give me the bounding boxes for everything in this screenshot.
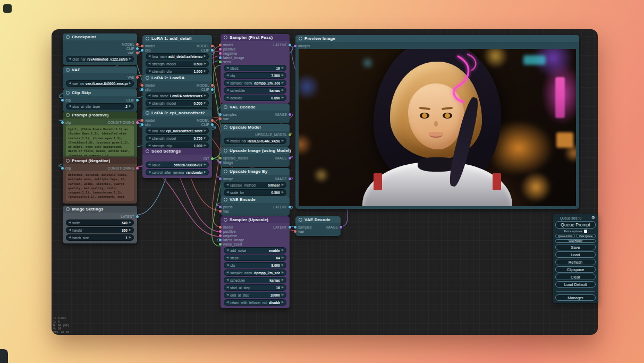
collapse-dot-icon[interactable] [146, 37, 149, 40]
collapse-dot-icon[interactable] [224, 105, 227, 109]
increment-arrow-icon[interactable]: ▶ [282, 286, 284, 289]
input-slot-pixels[interactable]: pixels [224, 205, 233, 209]
decrement-arrow-icon[interactable]: ◀ [69, 105, 71, 108]
increment-arrow-icon[interactable]: ▶ [204, 62, 206, 65]
widget-height[interactable]: ◀height360▶ [66, 227, 134, 233]
decrement-arrow-icon[interactable]: ◀ [148, 62, 150, 65]
widget-lora_name[interactable]: ◀lora_nameepi_noiseoffset2.safetensors▶ [146, 128, 209, 134]
queue-prompt-button[interactable]: Queue Prompt [555, 221, 596, 229]
increment-arrow-icon[interactable]: ▶ [282, 66, 284, 70]
slot-dot-icon[interactable] [136, 167, 139, 170]
increment-arrow-icon[interactable]: ▶ [204, 102, 206, 105]
slot-dot-icon[interactable] [294, 45, 296, 47]
node-header[interactable]: Image Settings [63, 206, 137, 213]
increment-arrow-icon[interactable]: ▶ [282, 264, 284, 267]
output-slot-CLIP[interactable]: CLIP [126, 47, 134, 50]
slot-dot-icon[interactable] [61, 167, 64, 170]
widget-cfg[interactable]: ◀cfg7.500▶ [224, 72, 286, 79]
node-header[interactable]: Prompt (Positive) [63, 112, 137, 119]
input-slot-model[interactable]: model [224, 225, 233, 229]
input-slot-model[interactable]: model [146, 119, 155, 122]
node-upscale-image-using-model[interactable]: Upscale Image (using Model)upscale_model… [221, 147, 290, 167]
collapse-dot-icon[interactable] [146, 149, 149, 153]
node-header[interactable]: Seed Settings [142, 148, 212, 155]
slot-dot-icon[interactable] [219, 234, 222, 237]
decrement-arrow-icon[interactable]: ◀ [226, 66, 228, 70]
node-image-settings[interactable]: Image SettingsLATENT◀width640▶◀height360… [63, 206, 137, 243]
decrement-arrow-icon[interactable]: ◀ [226, 81, 228, 85]
node-header[interactable]: Clip Skip [63, 89, 137, 96]
decrement-arrow-icon[interactable]: ◀ [226, 183, 228, 187]
clipspace-button[interactable]: Clipspace [555, 266, 596, 273]
increment-arrow-icon[interactable]: ▶ [282, 81, 284, 85]
input-slot-vae[interactable]: vae [299, 230, 304, 233]
collapse-dot-icon[interactable] [224, 170, 227, 173]
input-slot-clip[interactable]: clip [146, 48, 151, 52]
menu-drag-handle[interactable]: ·· [556, 216, 559, 220]
node-vae-decode-1[interactable]: VAE DecodesamplesIMAGEvae [221, 104, 290, 123]
input-slot-positive[interactable]: positive [224, 230, 236, 233]
node-preview-image[interactable]: Preview Imageimages [295, 35, 579, 209]
widget-vae_name[interactable]: ◀vae_namevae-ft-mse-840000-ema-pruned.ck… [66, 80, 134, 87]
decrement-arrow-icon[interactable]: ◀ [69, 221, 71, 224]
decrement-arrow-icon[interactable]: ◀ [148, 94, 150, 97]
slot-dot-icon[interactable] [219, 206, 222, 208]
node-lora3[interactable]: LoRA 3: epi_noiseoffset2modelMODELclipCL… [142, 109, 212, 151]
slot-dot-icon[interactable] [136, 215, 139, 218]
widget-cfg[interactable]: ◀cfg8.000▶ [224, 262, 286, 268]
slot-dot-icon[interactable] [141, 119, 143, 122]
output-slot-CLIP[interactable]: CLIP [201, 88, 209, 91]
output-slot-MODEL[interactable]: MODEL [197, 83, 209, 87]
output-slot-VAE[interactable]: VAE [128, 75, 134, 79]
prompt-textarea[interactable]: deformed, mutated, multiple limbs, multi… [66, 171, 134, 201]
collapse-dot-icon[interactable] [66, 113, 70, 117]
slot-dot-icon[interactable] [211, 119, 214, 122]
slot-dot-icon[interactable] [219, 48, 222, 50]
node-header[interactable]: Checkpoint [63, 33, 137, 40]
slot-dot-icon[interactable] [219, 56, 222, 59]
widget-strength_model[interactable]: ◀strength_model0.500▶ [146, 61, 209, 67]
slot-dot-icon[interactable] [219, 243, 222, 246]
slot-dot-icon[interactable] [294, 226, 296, 229]
slot-dot-icon[interactable] [141, 45, 143, 47]
output-slot-IMAGE[interactable]: IMAGE [275, 177, 286, 181]
increment-arrow-icon[interactable]: ▶ [204, 129, 206, 132]
collapse-dot-icon[interactable] [66, 91, 70, 95]
increment-arrow-icon[interactable]: ▶ [282, 278, 284, 282]
widget-stop_at_clip_layer[interactable]: ◀stop_at_clip_layer-2▶ [66, 103, 134, 109]
input-slot-model[interactable]: model [224, 43, 233, 47]
input-slot-samples[interactable]: samples [299, 225, 312, 229]
widget-start_at_step[interactable]: ◀start_at_step16▶ [224, 284, 286, 291]
widget-width[interactable]: ◀width640▶ [66, 220, 134, 226]
node-prompt-positive[interactable]: Prompt (Positive)clipCONDITIONING1girl, … [63, 112, 137, 159]
increment-arrow-icon[interactable]: ▶ [282, 191, 284, 194]
slot-dot-icon[interactable] [219, 52, 222, 55]
output-slot-LATENT[interactable]: LATENT [273, 43, 286, 47]
node-lora1[interactable]: LoRA 1: add_detailmodelMODELclipCLIP◀lor… [142, 35, 212, 77]
slot-dot-icon[interactable] [61, 99, 64, 102]
decrement-arrow-icon[interactable]: ◀ [226, 96, 228, 99]
decrement-arrow-icon[interactable]: ◀ [148, 171, 150, 174]
settings-gear-icon[interactable]: ⚙ [591, 216, 595, 220]
slot-dot-icon[interactable] [211, 84, 214, 87]
slot-dot-icon[interactable] [136, 47, 139, 50]
output-slot-IMAGE[interactable]: IMAGE [275, 156, 286, 160]
collapse-dot-icon[interactable] [66, 35, 70, 39]
widget-lora_name[interactable]: ◀lora_nameLowRA.safetensors▶ [146, 92, 209, 99]
slot-dot-icon[interactable] [289, 133, 291, 136]
slot-dot-icon[interactable] [219, 226, 222, 229]
slot-dot-icon[interactable] [211, 123, 214, 126]
collapse-dot-icon[interactable] [224, 149, 227, 153]
increment-arrow-icon[interactable]: ▶ [282, 89, 284, 92]
slot-dot-icon[interactable] [136, 76, 139, 79]
input-slot-latent_image[interactable]: latent_image [224, 238, 244, 242]
save-button[interactable]: Save [555, 244, 596, 250]
load-default-button[interactable]: Load Default [555, 281, 596, 288]
increment-arrow-icon[interactable]: ▶ [282, 139, 284, 142]
output-slot-LATENT[interactable]: LATENT [273, 205, 286, 209]
slot-dot-icon[interactable] [289, 178, 291, 180]
node-header[interactable]: Sampler (Upscale) [221, 216, 290, 223]
decrement-arrow-icon[interactable]: ◀ [226, 264, 228, 267]
collapse-dot-icon[interactable] [66, 159, 70, 163]
input-slot-clip[interactable]: clip [66, 98, 71, 102]
